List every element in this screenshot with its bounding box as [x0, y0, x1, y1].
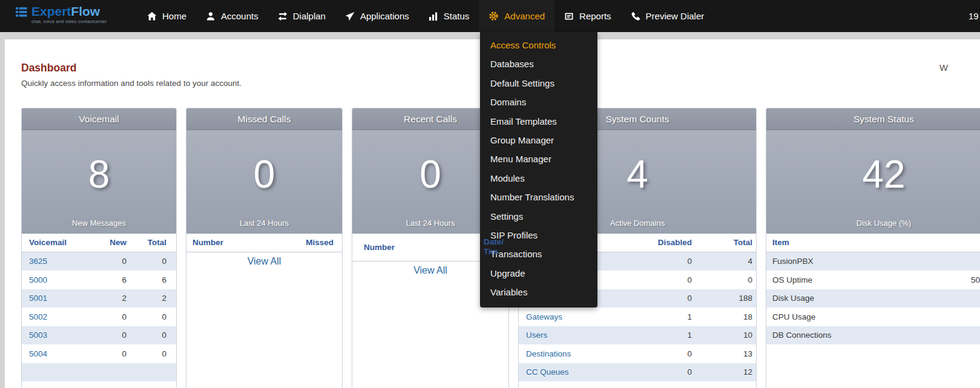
voicemail-table-header: Voicemail New Total: [22, 234, 176, 252]
brand-logo[interactable]: ExpertFlow chat, voice and video contact…: [16, 5, 107, 24]
dropdown-item-domains[interactable]: Domains: [480, 93, 597, 111]
view-all-link[interactable]: View All: [248, 256, 281, 267]
voicemail-caption: New Messages: [22, 219, 176, 234]
dropdown-item-menu-manager[interactable]: Menu Manager: [480, 150, 597, 168]
reports-icon: [564, 12, 574, 21]
table-row: View All: [186, 252, 342, 271]
main-navigation: Home Accounts Dialplan Applications Stat…: [137, 0, 714, 32]
top-navbar: ExpertFlow chat, voice and video contact…: [0, 0, 980, 32]
extension-link[interactable]: 5002: [29, 312, 47, 321]
home-icon: [147, 12, 157, 21]
status-item-label: OS Uptime: [772, 275, 971, 284]
nav-item-preview-dialer[interactable]: Preview Dialer: [621, 0, 714, 32]
nav-item-advanced[interactable]: Advanced: [479, 0, 554, 32]
navbar-clock: 19: [968, 0, 979, 32]
nav-item-accounts[interactable]: Accounts: [196, 0, 268, 32]
table-row: CPU Usage: [766, 307, 980, 326]
table-row: 5000 6 6: [22, 271, 176, 289]
extension-link[interactable]: 5003: [29, 330, 47, 340]
exchange-arrows-icon: [278, 12, 288, 21]
dropdown-item-access-controls[interactable]: Access Controls: [480, 36, 597, 54]
card-system-status-summary: 42 Disk Usage (%): [766, 130, 980, 234]
bar-chart-icon: [429, 12, 438, 21]
dropdown-item-upgrade[interactable]: Upgrade: [480, 264, 597, 283]
welcome-text: W: [939, 62, 948, 73]
dropdown-item-default-settings[interactable]: Default Settings: [480, 74, 597, 93]
system-status-count: 42: [766, 130, 980, 219]
table-row: OS Uptime 50: [766, 271, 980, 289]
extension-link[interactable]: 5000: [29, 275, 47, 284]
table-row: 5001 2 2: [22, 289, 176, 308]
card-voicemail-title: Voicemail: [22, 108, 176, 130]
system-status-table-header: Item: [766, 234, 980, 252]
table-row: Users 1 10: [519, 326, 756, 345]
phone-icon: [631, 12, 640, 21]
table-row: Disk Usage: [766, 289, 980, 308]
nav-item-status[interactable]: Status: [419, 0, 479, 32]
dropdown-item-number-translations[interactable]: Number Translations: [480, 188, 597, 206]
status-item-label: FusionPBX: [772, 257, 971, 266]
count-item-link[interactable]: CC Queues: [526, 367, 569, 376]
brand-name: ExpertFlow: [31, 5, 107, 18]
recent-calls-datetime-header: Date/ Tim: [484, 237, 504, 257]
dropdown-item-group-manager[interactable]: Group Manager: [480, 131, 597, 150]
gear-icon: [488, 11, 499, 21]
nav-item-home[interactable]: Home: [137, 0, 196, 32]
brand-tagline: chat, voice and video contactcenter: [31, 19, 107, 24]
table-row-empty: [22, 363, 176, 382]
missed-calls-table-header: Number Missed: [186, 234, 342, 252]
card-missed-calls-summary: 0 Last 24 Hours: [186, 130, 342, 234]
extension-link[interactable]: 3625: [29, 257, 47, 266]
nav-item-dialplan[interactable]: Dialplan: [268, 0, 335, 32]
user-icon: [206, 12, 215, 21]
card-system-status-title: System Status: [766, 108, 980, 130]
card-missed-calls-title: Missed Calls: [186, 108, 342, 130]
dropdown-item-modules[interactable]: Modules: [480, 169, 597, 188]
table-row: 3625 0 0: [22, 252, 176, 271]
status-item-label: DB Connections: [772, 330, 971, 340]
card-voicemail-summary: 8 New Messages: [22, 130, 176, 234]
brand-logo-icon: [16, 7, 27, 20]
card-system-status: System Status 42 Disk Usage (%) Item Fus…: [766, 108, 980, 388]
table-row: Gateways 1 18: [519, 307, 756, 326]
count-item-link[interactable]: Users: [526, 330, 547, 340]
dropdown-item-email-templates[interactable]: Email Templates: [480, 112, 597, 131]
nav-item-reports[interactable]: Reports: [554, 0, 621, 32]
dropdown-item-databases[interactable]: Databases: [480, 54, 597, 73]
table-row: CC Queues 0 12: [519, 363, 756, 382]
paper-plane-icon: [345, 12, 355, 21]
table-row: FusionPBX: [766, 252, 980, 271]
advanced-dropdown-menu: Access Controls Databases Default Settin…: [480, 32, 597, 307]
status-item-label: CPU Usage: [772, 312, 971, 321]
table-row: 5004 0 0: [22, 344, 176, 363]
table-row: Destinations 0 13: [519, 344, 756, 363]
status-item-label: Disk Usage: [772, 294, 971, 303]
count-item-link[interactable]: Gateways: [526, 312, 562, 321]
card-missed-calls: Missed Calls 0 Last 24 Hours Number Miss…: [186, 108, 343, 388]
count-item-link[interactable]: Destinations: [526, 349, 571, 358]
extension-link[interactable]: 5004: [29, 349, 47, 358]
table-row: 5002 0 0: [22, 307, 176, 326]
card-voicemail: Voicemail 8 New Messages Voicemail New T…: [21, 108, 177, 388]
system-status-caption: Disk Usage (%): [766, 219, 980, 234]
extension-link[interactable]: 5001: [29, 294, 47, 303]
view-all-link[interactable]: View All: [413, 265, 447, 276]
missed-calls-caption: Last 24 Hours: [186, 219, 342, 234]
table-row: DB Connections: [766, 326, 980, 345]
nav-item-applications[interactable]: Applications: [335, 0, 419, 32]
table-row: 5003 0 0: [22, 326, 176, 345]
missed-calls-count: 0: [186, 130, 342, 219]
dropdown-item-variables[interactable]: Variables: [480, 283, 597, 301]
dropdown-item-settings[interactable]: Settings: [480, 207, 597, 226]
voicemail-count: 8: [22, 130, 176, 219]
